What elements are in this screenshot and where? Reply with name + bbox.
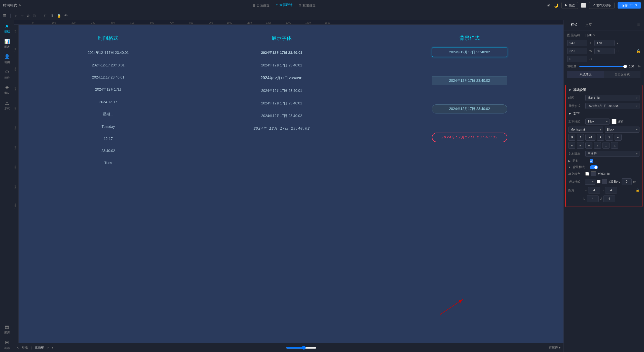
lock-icon[interactable]: 🔒 [57,14,61,18]
text-settings-title: 文字 [573,111,580,116]
time-row-4: 2024-12-17 [36,98,180,105]
custom-style-tab[interactable]: 自定义样式 [604,71,641,78]
title-edit-icon[interactable]: ✎ [19,4,21,7]
basic-settings-arrow[interactable]: ▼ [568,88,572,92]
tab-page-settings[interactable]: ☰ 页面设置 [252,3,270,8]
tab-permissions[interactable]: ⚙ 权限设置 [298,3,316,8]
bold-button[interactable]: B [568,134,575,141]
top-bar-right: ☀ 🌙 ▶ 预览 ⬜ ↗ 发布为模板 保存 Ctrl+S [547,2,641,9]
bg-row-0[interactable]: 2024年12月17日 23:40:02 [383,48,556,57]
shadow-checkbox[interactable] [590,159,593,163]
bg-row-4[interactable]: 2024年12月17日 23:40:02 [383,104,556,113]
bg-item-plain[interactable]: 2024年12月17日 23:40:02 [432,76,507,85]
system-preset-tab[interactable]: 系统预设 [567,71,604,78]
undo-icon[interactable]: ↩ [15,14,18,18]
size-w-input[interactable] [567,48,587,54]
radius-br-input[interactable] [603,195,615,202]
size-lock-icon[interactable]: 🔒 [636,49,640,53]
sidebar-item-basic[interactable]: A 基础 [0,22,14,35]
letter-spacing-input[interactable] [585,134,595,141]
italic-button[interactable]: I [577,134,584,141]
align-right-button[interactable]: ≡ [585,142,592,149]
add-tab-icon[interactable]: > [47,346,49,349]
panel-menu-icon[interactable]: ☰ [636,20,641,30]
sidebar-item-material[interactable]: ◈ 素材 [0,83,14,97]
bg-style-arrow[interactable]: ▼ [568,166,571,169]
text-settings-arrow[interactable]: ▼ [568,112,572,116]
radius-bl-input[interactable] [587,195,599,202]
font-color-swatch[interactable] [612,119,617,124]
radius-tl-input[interactable] [588,187,600,193]
collapse-icon[interactable]: < [17,346,19,349]
font-weight-select[interactable]: Black [605,127,640,133]
sidebar-toggle-icon[interactable]: ☰ [3,14,6,18]
moon-icon[interactable]: 🌙 [553,3,558,8]
align-left-button[interactable]: ≡ [568,142,575,149]
position-x-input[interactable] [567,40,587,46]
display-format-select[interactable]: 2024年1月1日 09:30:00 [585,103,639,109]
sidebar-item-chart[interactable]: 📊 图表 [0,36,14,51]
trash-icon[interactable]: 🗑 [50,14,54,18]
overflow-select[interactable]: 不换行 [585,151,639,157]
zoom-slider[interactable] [286,346,316,350]
color-picker-btn[interactable]: #ffffff [612,119,623,124]
tab-style[interactable]: 样式 [567,20,581,30]
parent-label[interactable]: 母版 [22,345,28,350]
opacity-slider[interactable] [579,66,627,67]
bg-item-rounded[interactable]: 2024年12月17日 23:40:02 [432,104,507,113]
tab-interact[interactable]: 交互 [581,20,596,30]
delete-icon[interactable]: ⊡ [33,14,36,18]
layer-name-edit-icon[interactable]: ✎ [593,34,595,37]
timezone-select[interactable]: 北京时间 [585,95,639,101]
sidebar-item-map[interactable]: 👤 地图 [0,52,14,66]
radius-lock-icon[interactable]: 🔒 [636,188,639,192]
save-button[interactable]: 保存 Ctrl+S [618,2,641,9]
select-dropdown-icon[interactable]: ▾ [559,346,560,349]
preview-button[interactable]: ▶ 预览 [561,2,578,9]
valign-mid-button[interactable]: ⊥ [602,142,610,149]
rotation-input[interactable] [567,56,587,62]
border-color-swatch[interactable] [602,179,607,184]
main-canvas[interactable]: 时间格式 2024年12月17日 23:40:01 2024-12-17 23:… [19,25,563,343]
font-size-select[interactable]: 18px [585,119,610,125]
radius-tr-input[interactable] [605,187,617,193]
valign-top-button[interactable]: ⊤ [594,142,601,149]
sidebar-item-shape[interactable]: △ 形状 [0,98,14,112]
sun-icon[interactable]: ☀ [547,3,550,8]
main-canvas-label[interactable]: 主画布 [35,345,44,350]
sidebar-item-control[interactable]: ⚙ 控件 [0,67,14,82]
copy-icon[interactable]: ⊕ [27,14,30,18]
font-family-select[interactable]: Montserrat [568,127,603,133]
bg-style-toggle-switch[interactable] [590,165,598,169]
publish-button[interactable]: ↗ 发布为模板 [589,2,615,9]
redo-icon[interactable]: ↪ [21,14,24,18]
border-width-input[interactable] [622,178,632,185]
svg-text:900: 900 [14,185,17,189]
overflow-select-wrap: 不换行 [585,151,639,157]
position-y-input[interactable] [594,40,615,46]
stretch-button[interactable]: ⇔ [615,134,622,141]
align-center-button[interactable]: ≡ [577,142,584,149]
sidebar-item-layer[interactable]: ▤ 图层 [0,322,14,337]
bg-row-6[interactable]: 2024年12月17日 23:40:02 [383,133,556,142]
sidebar-item-canvas[interactable]: ⊞ 画布 [0,338,14,352]
tab-screen-design[interactable]: ✦ 大屏设计 [276,3,292,8]
plus-icon[interactable]: + [52,346,53,349]
valign-bot-button[interactable]: ⊥ [611,142,618,149]
right-panel-tabs: 样式 交互 ☰ [564,20,644,30]
shadow-arrow[interactable]: ▶ [568,159,571,163]
fill-color-checkbox[interactable] [585,172,589,176]
eye-icon[interactable]: 👁 [64,14,68,18]
superscript-button[interactable]: A [597,134,604,141]
border-line-select[interactable]: —— [585,179,595,185]
bg-item-bordered-selected[interactable]: 2024年12月17日 23:40:02 [432,48,507,57]
bg-item-outlined-round[interactable]: 2024年12月17日 23:40:02 [432,133,507,142]
size-h-input[interactable] [594,48,615,54]
screen-icon[interactable]: ⬜ [581,3,586,8]
border-color-checkbox[interactable] [597,180,600,183]
duplicate-icon[interactable]: ⬚ [44,14,47,18]
bg-row-2[interactable]: 2024年12月17日 23:40:02 [383,76,556,85]
svg-text:500: 500 [14,107,17,111]
fill-color-swatch[interactable] [591,171,596,176]
subscript-input[interactable] [605,134,613,141]
